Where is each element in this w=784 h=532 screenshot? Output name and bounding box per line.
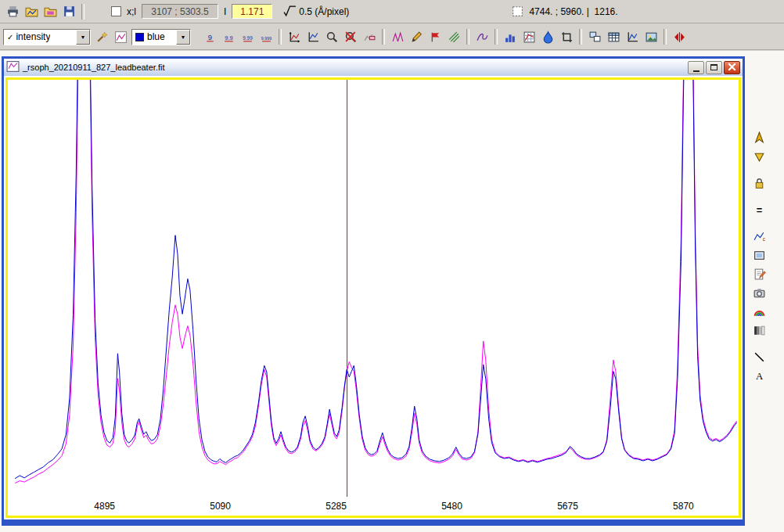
document-icon xyxy=(6,60,20,75)
titlebar[interactable]: _rsoph_20210911_827_leadbeater.fit xyxy=(4,59,743,76)
dispersion-label: 0.5 (Å/pixel) xyxy=(299,6,349,17)
x-tick-label: 5675 xyxy=(557,501,578,512)
grid-button[interactable] xyxy=(520,27,538,46)
toolbar-separator xyxy=(81,4,85,20)
intensity-label: I xyxy=(224,6,226,17)
open-profile-button[interactable] xyxy=(22,2,41,21)
profile-chart-button[interactable] xyxy=(111,27,130,46)
peaks-button[interactable] xyxy=(388,27,407,46)
camera-button[interactable] xyxy=(750,284,768,301)
window-client: 489550905285548056755870 xyxy=(4,76,743,519)
wand-button[interactable] xyxy=(92,27,111,46)
edit-page-button[interactable] xyxy=(750,265,768,282)
x-tick-label: 5090 xyxy=(210,501,231,512)
toolbar-separator xyxy=(664,29,667,45)
restore-icon xyxy=(710,64,717,70)
rainbow-button[interactable] xyxy=(750,303,768,320)
minimize-icon xyxy=(693,70,699,72)
droplet-button[interactable] xyxy=(538,27,557,46)
split-button[interactable] xyxy=(670,27,689,46)
hatch-button[interactable] xyxy=(444,27,463,46)
zoom-button[interactable] xyxy=(322,27,341,46)
toolbar-separator xyxy=(579,29,582,45)
svg-text:A: A xyxy=(755,371,763,382)
toolbar-main: x;l 3107 ; 5303.5 I 1.171 0.5 (Å/pixel) … xyxy=(0,0,784,23)
line-button[interactable] xyxy=(750,348,768,365)
dispersion-icon xyxy=(283,5,297,18)
x-tick-label: 5285 xyxy=(325,501,347,512)
x-tick-label: 5480 xyxy=(441,501,462,512)
equals-button[interactable]: = xyxy=(750,201,768,218)
save-button[interactable] xyxy=(59,2,78,21)
restore-button[interactable] xyxy=(706,61,722,74)
toolbar-tools-buttons: 99.99.999.999 xyxy=(200,27,689,46)
marker-button[interactable] xyxy=(750,148,768,165)
mode-dropdown-button[interactable]: ▼ xyxy=(76,30,90,45)
scale-auto-button[interactable] xyxy=(304,27,322,46)
mode-value: intensity xyxy=(16,31,50,42)
digits-1-button[interactable]: 9 xyxy=(200,27,219,46)
spectrum-trace-blue xyxy=(15,80,737,479)
color-swatch xyxy=(135,33,144,41)
workspace: _rsoph_20210911_827_leadbeater.fit 48955… xyxy=(0,51,784,532)
histogram-button[interactable] xyxy=(501,27,520,46)
x-tick-label: 5870 xyxy=(673,501,694,512)
gradient-button[interactable] xyxy=(750,322,768,339)
frame-button[interactable] xyxy=(750,246,768,264)
cursor-intensity-display: 1.171 xyxy=(232,4,272,19)
svg-text:9.99: 9.99 xyxy=(243,34,253,40)
crop-button[interactable] xyxy=(557,27,576,46)
selection-box-button[interactable] xyxy=(508,2,527,21)
letter-a-button[interactable]: A xyxy=(750,367,768,384)
svg-text:9.999: 9.999 xyxy=(261,35,271,40)
spectrum-window: _rsoph_20210911_827_leadbeater.fit 48955… xyxy=(2,56,745,526)
axes-button[interactable] xyxy=(623,27,642,46)
cursor-coords-label: x;l xyxy=(127,6,136,17)
color-value: blue xyxy=(147,31,165,42)
flag-button[interactable] xyxy=(426,27,444,46)
range-display: 4744. ; 5960. | 1216. xyxy=(529,6,617,17)
loop-button[interactable] xyxy=(473,27,491,46)
color-dropdown-button[interactable]: ▼ xyxy=(176,30,190,45)
color-combobox[interactable]: blue ▼ xyxy=(131,29,191,45)
svg-text:9: 9 xyxy=(207,32,211,41)
mode-combobox[interactable]: ✓ intensity ▼ xyxy=(3,29,91,45)
check-icon: ✓ xyxy=(7,33,13,41)
cursor-coords-checkbox[interactable] xyxy=(111,6,121,16)
cursor-position-display: 3107 ; 5303.5 xyxy=(142,4,218,19)
close-icon xyxy=(725,60,739,75)
right-toolbar: =cA xyxy=(749,129,769,384)
erase-button[interactable] xyxy=(360,27,379,46)
minimize-button[interactable] xyxy=(688,61,704,74)
plot-area[interactable]: 489550905285548056755870 xyxy=(5,77,741,518)
digits-2-button[interactable]: 9.9 xyxy=(219,27,238,46)
toolbar-separator xyxy=(279,29,282,45)
zoom-off-button[interactable] xyxy=(341,27,360,46)
scale-xy-button[interactable] xyxy=(285,27,304,46)
spectrum-plot[interactable]: 489550905285548056755870 xyxy=(8,80,739,516)
table-button[interactable] xyxy=(604,27,623,46)
chart-exp-button[interactable]: c xyxy=(750,228,768,245)
svg-text:=: = xyxy=(756,203,761,215)
window-controls xyxy=(688,61,740,74)
digits-4-button[interactable]: 9.999 xyxy=(257,27,275,46)
svg-text:9.9: 9.9 xyxy=(225,34,232,41)
toolbar-separator xyxy=(494,29,498,45)
toolbar-separator xyxy=(382,29,385,45)
pencil-button[interactable] xyxy=(407,27,426,46)
print-button[interactable] xyxy=(3,2,22,21)
svg-text:c: c xyxy=(762,235,765,241)
lock-button[interactable] xyxy=(750,174,768,192)
visualspec-app: x;l 3107 ; 5303.5 I 1.171 0.5 (Å/pixel) … xyxy=(0,0,784,532)
toolbar-main-buttons xyxy=(3,2,78,21)
tile-button[interactable] xyxy=(585,27,604,46)
toolbar-tools: ✓ intensity ▼ blue ▼ 99.99.999.999 xyxy=(0,24,784,50)
close-button[interactable] xyxy=(724,61,740,74)
image-button[interactable] xyxy=(642,27,660,46)
window-title: _rsoph_20210911_827_leadbeater.fit xyxy=(23,63,164,72)
pointer-button[interactable] xyxy=(750,129,768,146)
digits-3-button[interactable]: 9.99 xyxy=(238,27,257,46)
open-compare-button[interactable] xyxy=(41,2,59,21)
toolbar-separator xyxy=(466,29,469,45)
x-tick-label: 4895 xyxy=(94,501,115,512)
